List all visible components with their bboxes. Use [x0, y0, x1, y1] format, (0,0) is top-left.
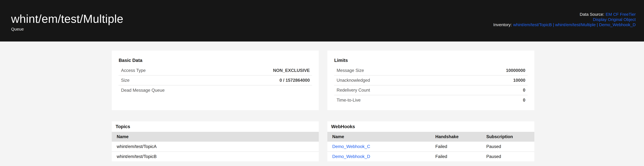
- basic-data-rows: Access Type NON_EXCLUSIVE Size 0 / 15728…: [112, 66, 319, 95]
- kv-value: NON_EXCLUSIVE: [273, 68, 310, 73]
- table-row: whint/em/test/TopicB: [112, 151, 319, 161]
- webhook-link-demo-webhook-c[interactable]: Demo_Webhook_C: [327, 144, 430, 149]
- handshake-status: Failed: [430, 154, 482, 159]
- webhooks-table-header: Name Handshake Subscription: [327, 132, 534, 142]
- inventory-label: Inventory:: [493, 22, 512, 27]
- kv-row-time-to-live: Time-to-Live 0: [334, 95, 528, 105]
- inventory-link-topicb[interactable]: whint/em/test/TopicB: [513, 22, 552, 27]
- inventory-line: Inventory:whint/em/test/TopicB|whint/em/…: [493, 22, 636, 27]
- subscription-status: Paused: [482, 154, 534, 159]
- inventory-link-multiple[interactable]: whint/em/test/Multiple: [555, 22, 596, 27]
- basic-data-card: Basic Data Access Type NON_EXCLUSIVE Siz…: [112, 51, 319, 110]
- topics-card-title: Topics: [112, 121, 319, 132]
- main-content: Basic Data Access Type NON_EXCLUSIVE Siz…: [0, 42, 644, 166]
- display-original-object-link[interactable]: Display Original Object: [593, 17, 636, 22]
- kv-row-size: Size 0 / 1572864000: [118, 76, 312, 85]
- header-meta: Data Source:EM CF FreeTier Display Origi…: [493, 12, 636, 27]
- card-grid: Basic Data Access Type NON_EXCLUSIVE Siz…: [112, 51, 534, 161]
- limits-rows: Message Size 10000000 Unacknowledged 100…: [327, 66, 534, 105]
- table-row: whint/em/test/TopicA: [112, 142, 319, 151]
- limits-card-title: Limits: [334, 58, 534, 63]
- kv-row-message-size: Message Size 10000000: [334, 66, 528, 76]
- inventory-separator: |: [553, 22, 554, 27]
- webhooks-card-title: WebHooks: [327, 121, 534, 132]
- kv-value: 0: [523, 98, 525, 103]
- display-original-object-line: Display Original Object: [493, 17, 636, 22]
- table-row: Demo_Webhook_D Failed Paused: [327, 151, 534, 161]
- column-header-name: Name: [112, 134, 319, 139]
- column-header-name: Name: [327, 134, 430, 139]
- kv-row-unacknowledged: Unacknowledged 10000: [334, 76, 528, 85]
- basic-data-card-title: Basic Data: [119, 58, 319, 63]
- webhook-link-demo-webhook-d[interactable]: Demo_Webhook_D: [327, 154, 430, 159]
- kv-label: Unacknowledged: [336, 78, 370, 83]
- data-source-line: Data Source:EM CF FreeTier: [493, 12, 636, 17]
- topic-name: whint/em/test/TopicA: [112, 144, 319, 149]
- inventory-separator: |: [597, 22, 598, 27]
- kv-value: 0 / 1572864000: [280, 78, 310, 83]
- kv-value: 10000000: [506, 68, 525, 73]
- kv-row-redelivery-count: Redelivery Count 0: [334, 85, 528, 95]
- page-subtitle: Queue: [11, 27, 636, 32]
- inventory-link-webhook-d[interactable]: Demo_Webhook_D: [599, 22, 636, 27]
- kv-label: Dead Message Queue: [121, 88, 164, 93]
- kv-label: Time-to-Live: [336, 98, 360, 103]
- table-row: Demo_Webhook_C Failed Paused: [327, 142, 534, 151]
- topic-name: whint/em/test/TopicB: [112, 154, 319, 159]
- limits-card: Limits Message Size 10000000 Unacknowled…: [327, 51, 534, 110]
- topics-card: Topics Name whint/em/test/TopicA whint/e…: [112, 121, 319, 161]
- kv-value: 0: [523, 88, 525, 93]
- data-source-link[interactable]: EM CF FreeTier: [606, 12, 636, 17]
- kv-value: 10000: [513, 78, 525, 83]
- webhooks-card: WebHooks Name Handshake Subscription Dem…: [327, 121, 534, 161]
- handshake-status: Failed: [430, 144, 482, 149]
- kv-row-access-type: Access Type NON_EXCLUSIVE: [118, 66, 312, 76]
- data-source-label: Data Source:: [580, 12, 604, 17]
- column-header-subscription: Subscription: [482, 134, 534, 139]
- kv-row-dead-message-queue: Dead Message Queue: [118, 85, 312, 95]
- queue-detail-page: whint/em/test/Multiple Queue Data Source…: [0, 0, 644, 166]
- subscription-status: Paused: [482, 144, 534, 149]
- column-header-handshake: Handshake: [430, 134, 482, 139]
- topics-table-header: Name: [112, 132, 319, 142]
- page-header: whint/em/test/Multiple Queue Data Source…: [0, 0, 644, 42]
- kv-label: Size: [121, 78, 130, 83]
- kv-label: Message Size: [336, 68, 364, 73]
- kv-label: Access Type: [121, 68, 146, 73]
- kv-label: Redelivery Count: [336, 88, 370, 93]
